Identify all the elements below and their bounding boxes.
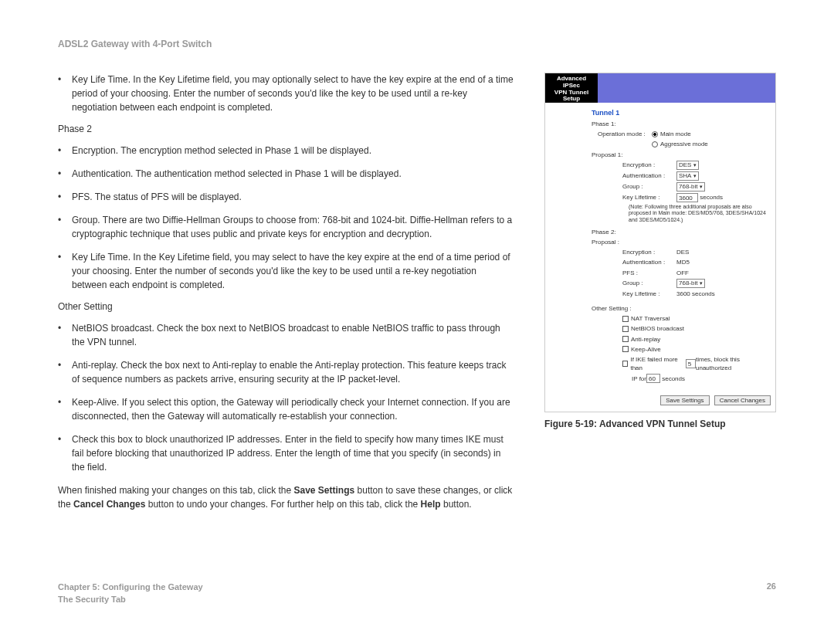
help-label: Help xyxy=(421,499,441,510)
p2-keylife-val: 3600 seconds xyxy=(676,290,715,298)
list-item: Check this box to block unauthorized IP … xyxy=(72,432,514,474)
fig-header-l1: Advanced IPSec xyxy=(548,76,595,90)
op-main-label: Main mode xyxy=(660,130,691,138)
ike-checkbox[interactable] xyxy=(622,361,628,367)
cancel-changes-button[interactable]: Cancel Changes xyxy=(714,395,771,405)
list-item: Key Life Time. In the Key Lifetime field… xyxy=(72,73,514,114)
footer-chapter: Chapter 5: Configuring the Gateway xyxy=(58,581,203,593)
phase2-heading: Phase 2 xyxy=(58,124,514,134)
anti-checkbox[interactable] xyxy=(622,336,629,342)
fig-header-l3: Setup xyxy=(548,96,595,103)
keep-label: Keep-Alive xyxy=(631,345,661,354)
list-item: PFS. The status of PFS will be displayed… xyxy=(72,190,514,204)
p2-enc-label: Encryption : xyxy=(622,248,676,256)
keylife-input[interactable]: 3600 xyxy=(676,193,698,202)
radio-aggressive-mode[interactable] xyxy=(652,141,658,147)
other-heading: Other Setting xyxy=(58,301,514,312)
figure-header: Advanced IPSec VPN Tunnel Setup xyxy=(545,73,775,103)
nat-label: NAT Traversal xyxy=(631,314,670,323)
ip-pre: IP for xyxy=(632,375,646,383)
op-aggr-label: Aggressive mode xyxy=(660,140,708,148)
save-settings-button[interactable]: Save Settings xyxy=(660,395,709,405)
figure-header-label: Advanced IPSec VPN Tunnel Setup xyxy=(545,73,598,103)
page-number: 26 xyxy=(767,581,776,605)
list-item: Anti-replay. Check the box next to Anti-… xyxy=(72,358,514,386)
group-select[interactable]: 768-bit xyxy=(676,182,705,192)
list-item: Key Life Time. In the Key Lifetime field… xyxy=(72,250,514,292)
ip-post: seconds xyxy=(662,375,685,383)
list-item: NetBIOS broadcast. Check the box next to… xyxy=(72,321,514,349)
proposal1-label: Proposal 1: xyxy=(592,151,622,159)
intro-list: Key Life Time. In the Key Lifetime field… xyxy=(58,73,514,114)
closing-text: button. xyxy=(441,499,472,510)
list-item: Encryption. The encryption method select… xyxy=(72,144,514,158)
other-label-fig: Other Setting : xyxy=(592,304,632,313)
phase2-list: Encryption. The encryption method select… xyxy=(58,144,514,292)
p2-pfs-val: OFF xyxy=(676,269,689,277)
p2-group-label: Group : xyxy=(622,279,676,287)
figure-body: Tunnel 1 Phase 1: Operation mode : Main … xyxy=(545,103,775,391)
phase2-label-fig: Phase 2: xyxy=(592,228,616,236)
op-mode-label: Operation mode : xyxy=(598,130,652,138)
radio-main-mode[interactable] xyxy=(652,131,658,137)
seconds-label: seconds xyxy=(700,193,723,202)
p2-group-select[interactable]: 768-bit xyxy=(676,279,705,288)
footer-section: The Security Tab xyxy=(58,594,203,605)
list-item: Keep-Alive. If you select this option, t… xyxy=(72,395,514,423)
phase1-label: Phase 1: xyxy=(592,120,616,128)
cancel-changes-label: Cancel Changes xyxy=(73,499,145,510)
page-footer: Chapter 5: Configuring the Gateway The S… xyxy=(58,581,776,605)
p2-pfs-label: PFS : xyxy=(622,269,676,277)
main-content: Key Life Time. In the Key Lifetime field… xyxy=(58,73,776,511)
enc-label: Encryption : xyxy=(622,161,676,169)
group-label: Group : xyxy=(622,182,676,191)
doc-header: ADSL2 Gateway with 4-Port Switch xyxy=(58,39,776,49)
encryption-select[interactable]: DES xyxy=(676,161,699,170)
auth-label: Authentication : xyxy=(622,171,676,180)
closing-text: button to undo your changes. For further… xyxy=(145,499,420,510)
ike-times-input[interactable]: 5 xyxy=(686,359,696,368)
figure-buttons: Save Settings Cancel Changes xyxy=(545,391,775,412)
p2-auth-val: MD5 xyxy=(676,258,690,266)
closing-paragraph: When finished making your changes on thi… xyxy=(58,483,514,511)
list-item: Group. There are two Diffie-Hellman Grou… xyxy=(72,213,514,241)
anti-label: Anti-replay xyxy=(631,335,660,344)
proposal-label: Proposal : xyxy=(592,238,619,246)
other-list: NetBIOS broadcast. Check the box next to… xyxy=(58,321,514,474)
ike-post: times, block this unauthorized xyxy=(696,355,769,372)
p2-enc-val: DES xyxy=(676,248,689,256)
tunnel-heading: Tunnel 1 xyxy=(592,109,769,117)
netbios-label: NetBIOS broadcast xyxy=(631,324,684,333)
proposal-note: (Note: Following three additional propos… xyxy=(629,204,769,223)
p2-auth-label: Authentication : xyxy=(622,258,676,266)
footer-left: Chapter 5: Configuring the Gateway The S… xyxy=(58,581,203,605)
figure-header-bar xyxy=(598,73,775,103)
keep-checkbox[interactable] xyxy=(622,346,629,352)
left-column: Key Life Time. In the Key Lifetime field… xyxy=(58,73,514,511)
nat-checkbox[interactable] xyxy=(622,316,629,322)
figure-screenshot: Advanced IPSec VPN Tunnel Setup Tunnel 1… xyxy=(544,73,776,412)
closing-text: When finished making your changes on thi… xyxy=(58,485,294,496)
netbios-checkbox[interactable] xyxy=(622,326,629,332)
ike-pre: If IKE failed more than xyxy=(630,355,685,372)
save-settings-label: Save Settings xyxy=(294,485,355,496)
authentication-select[interactable]: SHA xyxy=(676,171,699,181)
figure-caption: Figure 5-19: Advanced VPN Tunnel Setup xyxy=(544,419,776,429)
ip-seconds-input[interactable]: 60 xyxy=(646,374,660,383)
keylife-label: Key Lifetime : xyxy=(622,193,676,202)
p2-keylife-label: Key Lifetime : xyxy=(622,290,676,298)
right-column: Advanced IPSec VPN Tunnel Setup Tunnel 1… xyxy=(544,73,776,511)
list-item: Authentication. The authentication metho… xyxy=(72,167,514,181)
